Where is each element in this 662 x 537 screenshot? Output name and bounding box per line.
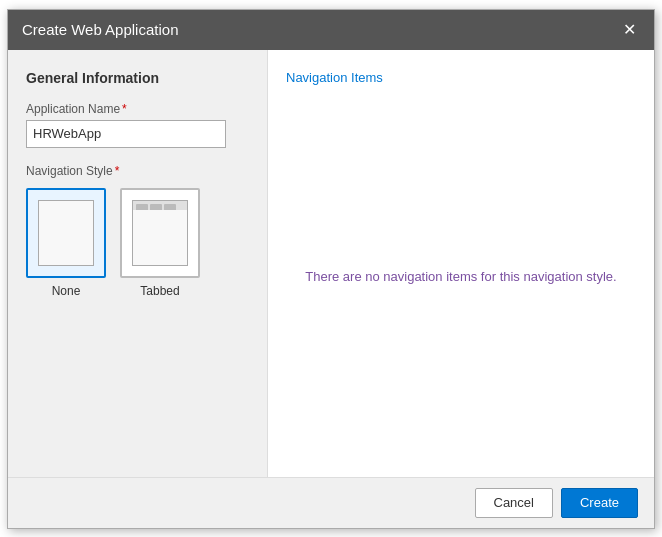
right-panel: Navigation Items There are no navigation… <box>268 50 654 477</box>
create-button[interactable]: Create <box>561 488 638 518</box>
dialog-footer: Cancel Create <box>8 477 654 528</box>
none-inner <box>38 200 94 266</box>
app-name-input[interactable] <box>26 120 226 148</box>
app-name-label: Application Name* <box>26 102 249 116</box>
required-star: * <box>122 102 127 116</box>
dialog-body: General Information Application Name* Na… <box>8 50 654 477</box>
tabbed-tabs <box>133 201 187 210</box>
dialog-titlebar: Create Web Application ✕ <box>8 10 654 50</box>
no-items-message: There are no navigation items for this n… <box>305 269 616 284</box>
style-options: None Tabbed <box>26 188 249 298</box>
left-panel: General Information Application Name* Na… <box>8 50 268 477</box>
nav-style-label: Navigation Style* <box>26 164 249 178</box>
style-option-tabbed[interactable]: Tabbed <box>120 188 200 298</box>
none-label: None <box>52 284 81 298</box>
close-button[interactable]: ✕ <box>619 20 640 40</box>
style-card-tabbed[interactable] <box>120 188 200 278</box>
tab3 <box>164 204 176 210</box>
nav-style-required-star: * <box>115 164 120 178</box>
no-items-container: There are no navigation items for this n… <box>286 97 636 457</box>
tabbed-inner <box>132 200 188 266</box>
tab1 <box>136 204 148 210</box>
style-option-none[interactable]: None <box>26 188 106 298</box>
cancel-button[interactable]: Cancel <box>475 488 553 518</box>
style-card-none[interactable] <box>26 188 106 278</box>
create-web-app-dialog: Create Web Application ✕ General Informa… <box>7 9 655 529</box>
tab2 <box>150 204 162 210</box>
dialog-title: Create Web Application <box>22 21 178 38</box>
tabbed-label: Tabbed <box>140 284 179 298</box>
general-info-title: General Information <box>26 70 249 86</box>
nav-items-title: Navigation Items <box>286 70 636 85</box>
